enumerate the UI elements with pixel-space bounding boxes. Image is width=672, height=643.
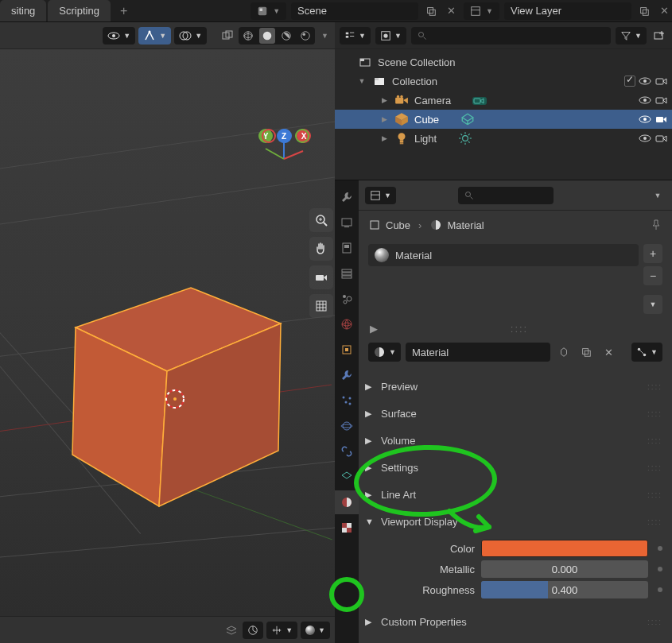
eye-icon[interactable] xyxy=(639,132,651,145)
slot-prev-icon[interactable]: ▶ xyxy=(370,323,378,335)
texture-tab-icon[interactable] xyxy=(335,516,359,540)
scene-name-field[interactable]: Scene xyxy=(291,2,418,20)
props-search-input[interactable] xyxy=(458,187,554,204)
tree-row-camera[interactable]: ▶ Camera xyxy=(335,91,672,110)
camera-restrict-icon[interactable] xyxy=(655,94,667,107)
material-slot-0[interactable]: Material xyxy=(368,244,639,266)
material-tab-icon[interactable] xyxy=(335,490,359,514)
viewlayer-name-field[interactable]: View Layer xyxy=(504,2,631,20)
section-volume[interactable]: ▶Volume:::: xyxy=(359,427,672,454)
gizmo-neg-y-icon[interactable] xyxy=(295,129,309,143)
3d-viewport[interactable]: ▼ ▼ ▼ ▼ Options ▼ xyxy=(0,22,335,643)
footer-pivot-dropdown[interactable]: ▼ xyxy=(266,622,297,639)
add-workspace-button[interactable]: + xyxy=(112,0,135,21)
particle-tab-icon[interactable] xyxy=(335,389,359,413)
breadcrumb-object[interactable]: Cube xyxy=(368,219,410,231)
tool-tab-icon[interactable] xyxy=(335,185,359,209)
viewlayer-selector-icon[interactable]: ▼ xyxy=(464,2,499,20)
tree-row-scene-collection[interactable]: Scene Collection xyxy=(335,52,672,72)
collection-checkbox[interactable] xyxy=(624,76,635,87)
object-tab-icon[interactable] xyxy=(335,338,359,362)
eye-icon[interactable] xyxy=(639,94,651,107)
section-lineart[interactable]: ▶Line Art:::: xyxy=(359,481,672,508)
footer-orientation-dropdown[interactable] xyxy=(243,622,263,639)
camera-restrict-icon[interactable] xyxy=(655,132,667,145)
workspace-tab-compositing[interactable]: siting xyxy=(0,0,46,21)
output-tab-icon[interactable] xyxy=(335,236,359,260)
nodes-toggle-dropdown[interactable]: ▼ xyxy=(631,343,662,362)
camera-view-icon[interactable] xyxy=(309,265,333,289)
animate-dot-icon[interactable] xyxy=(658,546,662,551)
new-collection-icon[interactable] xyxy=(651,28,667,44)
slot-menu-dropdown[interactable]: ▼ xyxy=(643,295,662,314)
chevron-right-icon[interactable]: ▶ xyxy=(379,115,389,123)
render-tab-icon[interactable] xyxy=(335,211,359,234)
animate-dot-icon[interactable] xyxy=(658,567,662,571)
breadcrumb-material[interactable]: Material xyxy=(429,219,484,231)
fake-user-icon[interactable] xyxy=(555,343,573,361)
props-options-dropdown[interactable]: ▼ xyxy=(650,188,666,203)
tree-row-cube[interactable]: ▶ Cube xyxy=(335,110,672,129)
eye-icon[interactable] xyxy=(639,75,651,87)
section-surface[interactable]: ▶Surface:::: xyxy=(359,400,672,427)
camera-data-icon[interactable] xyxy=(472,92,487,108)
metallic-field[interactable]: 0.000 xyxy=(481,560,648,578)
slot-drag-icon[interactable]: :::: xyxy=(511,323,528,335)
outliner-display-dropdown[interactable]: ▼ xyxy=(375,27,406,45)
unlink-material-icon[interactable]: ✕ xyxy=(600,343,617,361)
delete-scene-icon[interactable]: ✕ xyxy=(444,5,459,17)
pin-icon[interactable] xyxy=(650,219,662,231)
scene-tab-icon[interactable] xyxy=(335,287,359,311)
tree-row-light[interactable]: ▶ Light xyxy=(335,129,672,148)
modifier-tab-icon[interactable] xyxy=(335,363,359,387)
copy-viewlayer-icon[interactable] xyxy=(636,3,652,19)
eye-icon[interactable] xyxy=(639,113,651,126)
chevron-right-icon[interactable]: ▶ xyxy=(379,96,389,104)
outliner-search-input[interactable] xyxy=(411,27,611,45)
footer-snap-dropdown[interactable]: ▼ xyxy=(301,622,330,639)
constraint-tab-icon[interactable] xyxy=(335,440,359,463)
xray-toggle-icon[interactable] xyxy=(219,28,235,44)
outliner-mode-dropdown[interactable]: ▼ xyxy=(340,27,371,45)
gizmo-neg-x-icon[interactable] xyxy=(262,129,276,143)
chevron-right-icon[interactable]: ▶ xyxy=(379,134,389,142)
mesh-data-icon[interactable] xyxy=(460,111,476,127)
overlay-toggle[interactable]: ▼ xyxy=(174,27,207,45)
section-viewport-display[interactable]: ▼Viewport Display:::: Color Metallic 0.0… xyxy=(359,508,672,608)
data-tab-icon[interactable] xyxy=(335,465,359,489)
camera-restrict-icon[interactable] xyxy=(655,75,667,87)
pan-tool-icon[interactable] xyxy=(309,237,333,261)
matpreview-shading-icon[interactable] xyxy=(278,28,294,44)
chevron-down-icon[interactable]: ▼ xyxy=(357,77,367,85)
viewlayer-tab-icon[interactable] xyxy=(335,261,359,285)
solid-shading-icon[interactable] xyxy=(259,28,275,44)
zoom-tool-icon[interactable] xyxy=(309,208,333,232)
material-browse-dropdown[interactable]: ▼ xyxy=(368,343,401,362)
new-material-icon[interactable] xyxy=(577,343,595,361)
light-data-icon[interactable] xyxy=(457,130,473,146)
add-slot-button[interactable]: + xyxy=(643,244,662,263)
rendered-shading-icon[interactable] xyxy=(297,28,313,44)
physics-tab-icon[interactable] xyxy=(335,414,359,438)
perspective-toggle-icon[interactable] xyxy=(309,294,333,318)
material-name-field[interactable]: Material xyxy=(406,343,550,362)
nav-gizmo[interactable]: Z Y X xyxy=(254,129,314,189)
copy-scene-icon[interactable] xyxy=(423,3,439,19)
wireframe-shading-icon[interactable] xyxy=(240,28,256,44)
viewport-canvas[interactable]: Z Y X xyxy=(0,49,335,616)
gizmo-neg-z-icon[interactable] xyxy=(278,129,292,143)
delete-viewlayer-icon[interactable]: ✕ xyxy=(657,5,672,17)
section-custom-props[interactable]: ▶Custom Properties:::: xyxy=(359,608,672,635)
color-swatch[interactable] xyxy=(481,540,648,557)
roughness-field[interactable]: 0.400 xyxy=(481,581,648,598)
animate-dot-icon[interactable] xyxy=(658,587,662,592)
world-tab-icon[interactable] xyxy=(335,312,359,336)
visibility-toggle[interactable]: ▼ xyxy=(103,27,135,45)
workspace-tab-scripting[interactable]: Scripting xyxy=(48,0,111,21)
props-editor-dropdown[interactable]: ▼ xyxy=(365,187,396,204)
camera-restrict-icon[interactable] xyxy=(655,113,667,126)
scene-selector-icon[interactable]: ▼ xyxy=(251,2,286,20)
remove-slot-button[interactable]: − xyxy=(643,266,662,285)
gizmo-toggle[interactable]: ▼ xyxy=(138,27,171,45)
section-settings[interactable]: ▶Settings:::: xyxy=(359,454,672,481)
